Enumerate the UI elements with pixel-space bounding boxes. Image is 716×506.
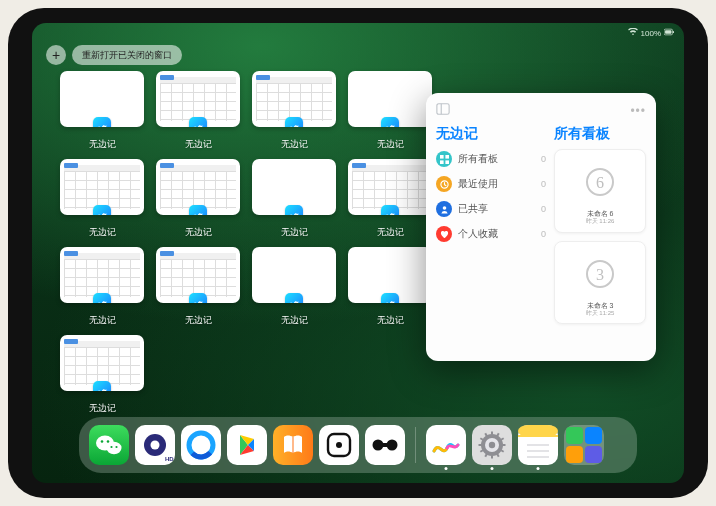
thumbnail-label: 无边记 bbox=[185, 138, 212, 151]
freeform-app-icon bbox=[381, 293, 399, 303]
svg-point-19 bbox=[107, 440, 110, 443]
category-count: 0 bbox=[541, 154, 546, 164]
board-title: 未命名 3 bbox=[559, 302, 641, 310]
category-item[interactable]: 个人收藏 0 bbox=[436, 226, 546, 242]
board-item[interactable]: 3 未命名 3昨天 11:25 bbox=[554, 241, 646, 325]
category-item[interactable]: 所有看板 0 bbox=[436, 151, 546, 167]
thumbnail-preview bbox=[60, 247, 144, 303]
app-thumbnail[interactable]: 无边记 bbox=[60, 159, 144, 239]
app-thumbnail[interactable]: 无边记 bbox=[252, 159, 336, 239]
app-thumbnail[interactable]: 无边记 bbox=[60, 335, 144, 415]
thumbnail-label: 无边记 bbox=[185, 314, 212, 327]
svg-line-46 bbox=[501, 438, 504, 440]
battery-icon bbox=[664, 28, 674, 38]
svg-text:3: 3 bbox=[596, 266, 604, 283]
category-label: 个人收藏 bbox=[458, 227, 498, 241]
add-window-button[interactable]: + bbox=[46, 45, 66, 65]
svg-point-43 bbox=[489, 442, 495, 448]
svg-line-49 bbox=[497, 454, 499, 457]
svg-rect-6 bbox=[445, 155, 449, 159]
app-thumbnail[interactable]: 无边记 bbox=[348, 159, 432, 239]
thumbnail-label: 无边记 bbox=[281, 226, 308, 239]
thumbnail-preview bbox=[156, 247, 240, 303]
dock-play-icon[interactable] bbox=[227, 425, 267, 465]
thumbnail-label: 无边记 bbox=[377, 138, 404, 151]
svg-rect-58 bbox=[518, 435, 558, 437]
svg-point-18 bbox=[101, 440, 104, 443]
freeform-app-icon bbox=[93, 205, 111, 215]
freeform-app-icon bbox=[93, 381, 111, 391]
svg-point-10 bbox=[442, 206, 446, 210]
dock-qqbrowser-icon[interactable] bbox=[181, 425, 221, 465]
app-thumbnail[interactable]: 无边记 bbox=[348, 71, 432, 151]
svg-line-48 bbox=[501, 450, 504, 452]
dock-quark-icon[interactable]: HD bbox=[135, 425, 175, 465]
dock-books-icon[interactable] bbox=[273, 425, 313, 465]
battery-label: 100% bbox=[641, 29, 661, 38]
category-count: 0 bbox=[541, 179, 546, 189]
thumbnail-preview bbox=[348, 247, 432, 303]
freeform-app-icon bbox=[285, 205, 303, 215]
svg-rect-1 bbox=[665, 30, 671, 34]
board-sketch: 3 bbox=[559, 246, 641, 302]
top-controls: + 重新打开已关闭的窗口 bbox=[46, 45, 182, 65]
board-sketch: 6 bbox=[559, 154, 641, 210]
category-label: 已共享 bbox=[458, 202, 488, 216]
dock-freeform-icon[interactable] bbox=[426, 425, 466, 465]
app-thumbnail[interactable]: 无边记 bbox=[252, 71, 336, 151]
panel-boards: 所有看板 6 未命名 6昨天 11:26 3 未命名 3昨天 11:25 bbox=[554, 125, 646, 361]
app-thumbnail[interactable]: 无边记 bbox=[60, 71, 144, 151]
thumbnail-label: 无边记 bbox=[281, 138, 308, 151]
app-switcher-grid: 无边记 无边记 无边记 无边记 无边记 无边记 bbox=[60, 71, 430, 415]
thumbnail-preview bbox=[156, 159, 240, 215]
thumbnail-label: 无边记 bbox=[89, 402, 116, 415]
freeform-app-icon bbox=[381, 205, 399, 215]
category-item[interactable]: 最近使用 0 bbox=[436, 176, 546, 192]
dock-app-library-icon[interactable] bbox=[564, 425, 604, 465]
app-thumbnail[interactable]: 无边记 bbox=[156, 247, 240, 327]
thumbnail-label: 无边记 bbox=[377, 314, 404, 327]
svg-point-24 bbox=[151, 441, 160, 450]
svg-text:6: 6 bbox=[596, 174, 604, 191]
app-thumbnail[interactable]: 无边记 bbox=[156, 159, 240, 239]
reopen-closed-window-button[interactable]: 重新打开已关闭的窗口 bbox=[72, 45, 182, 65]
status-bar: 100% bbox=[32, 26, 684, 40]
dock-dice-icon[interactable] bbox=[319, 425, 359, 465]
dock-dumbbell-icon[interactable] bbox=[365, 425, 405, 465]
category-item[interactable]: 已共享 0 bbox=[436, 201, 546, 217]
svg-point-21 bbox=[115, 446, 117, 448]
dock-wechat-icon[interactable] bbox=[89, 425, 129, 465]
more-icon[interactable]: ••• bbox=[630, 104, 646, 118]
sidebar-icon[interactable] bbox=[436, 102, 450, 120]
category-count: 0 bbox=[541, 229, 546, 239]
app-thumbnail[interactable]: 无边记 bbox=[156, 71, 240, 151]
svg-line-52 bbox=[480, 450, 483, 452]
app-thumbnail[interactable]: 无边记 bbox=[348, 247, 432, 327]
person-icon bbox=[436, 201, 452, 217]
category-label: 最近使用 bbox=[458, 177, 498, 191]
thumbnail-preview bbox=[156, 71, 240, 127]
svg-point-34 bbox=[336, 442, 342, 448]
svg-rect-7 bbox=[440, 160, 444, 164]
thumbnail-preview bbox=[60, 159, 144, 215]
freeform-app-icon bbox=[93, 117, 111, 127]
thumbnail-label: 无边记 bbox=[89, 314, 116, 327]
board-item[interactable]: 6 未命名 6昨天 11:26 bbox=[554, 149, 646, 233]
panel-sidebar: 无边记 所有看板 0 最近使用 0 已共享 0 个人收藏 0 bbox=[436, 125, 546, 361]
dock-settings-icon[interactable] bbox=[472, 425, 512, 465]
app-thumbnail[interactable]: 无边记 bbox=[252, 247, 336, 327]
svg-line-51 bbox=[485, 454, 487, 457]
dock-notes-icon[interactable] bbox=[518, 425, 558, 465]
svg-rect-3 bbox=[437, 104, 449, 115]
svg-rect-8 bbox=[445, 160, 449, 164]
thumbnail-label: 无边记 bbox=[281, 314, 308, 327]
freeform-app-icon bbox=[93, 293, 111, 303]
dock: HD bbox=[79, 417, 637, 473]
category-count: 0 bbox=[541, 204, 546, 214]
app-thumbnail[interactable]: 无边记 bbox=[60, 247, 144, 327]
svg-rect-2 bbox=[673, 31, 674, 33]
category-label: 所有看板 bbox=[458, 152, 498, 166]
panel-left-title: 无边记 bbox=[436, 125, 546, 143]
heart-icon bbox=[436, 226, 452, 242]
freeform-app-icon bbox=[189, 117, 207, 127]
